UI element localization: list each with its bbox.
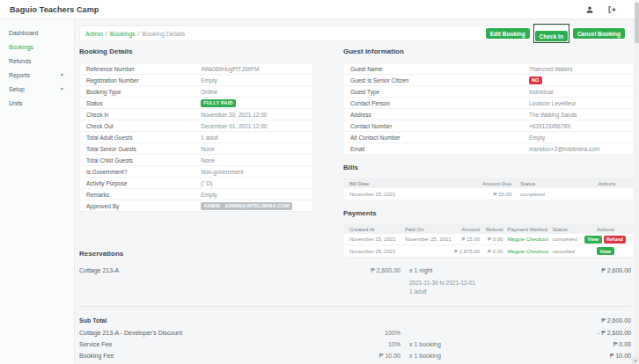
table-row: Check InNovember 30, 2021 12:00 (80, 109, 312, 120)
payment-status: completed (549, 237, 578, 242)
bill-date: November 25, 2021 (344, 192, 448, 197)
column-header: Actions (578, 227, 633, 232)
vertical-scrollbar[interactable] (635, 0, 639, 364)
total-amount: ₱ 0.00 (532, 341, 631, 347)
table-row: Contact PersonLouisoix Leveilleur (344, 98, 633, 109)
field-value: Online (201, 89, 217, 95)
total-amount: - ₱ 2,600.00 (532, 330, 631, 336)
table-row: Total Adult Guests1 adult (80, 132, 312, 143)
table-row: Total Senior GuestsNone (80, 143, 312, 155)
total-qty: x 1 booking (400, 341, 532, 347)
cancel-booking-button[interactable]: Cancel Booking (573, 28, 625, 39)
field-value: The Waking Sands (529, 112, 577, 118)
total-row: Cottage 213-A - Developer's Discount 100… (79, 327, 631, 339)
right-column: Guest Information Guest NameThancred Wat… (343, 47, 634, 258)
total-rate: 100% (343, 330, 400, 336)
total-label: Cottage 213-A - Developer's Discount (79, 330, 343, 336)
field-value: FULLY PAID (201, 99, 235, 107)
logout-icon[interactable] (607, 5, 616, 14)
breadcrumb-separator: / (138, 31, 140, 37)
total-rate: ₱ 10.00 (343, 353, 400, 359)
table-row: Contact Number+639123456789 (344, 120, 633, 132)
sidebar-item-label: Bookings (9, 44, 33, 50)
field-value: Empty (201, 192, 217, 198)
field-label: Is Government? (80, 169, 201, 175)
edit-booking-button[interactable]: Edit Booking (486, 28, 530, 39)
view-button[interactable]: View (584, 236, 601, 244)
field-label: Contact Person (344, 100, 529, 106)
chevron-down-icon: ▾ (61, 72, 63, 77)
status-badge: FULLY PAID (201, 99, 235, 107)
scrollbar-down-arrow[interactable]: ▾ (632, 357, 639, 364)
sidebar-item-dashboard[interactable]: Dashboard (0, 25, 74, 40)
field-label: Alt Contact Number (344, 135, 529, 141)
breadcrumb-separator: / (106, 31, 107, 37)
field-value: Non-government (201, 169, 243, 175)
table-row: Alt Contact NumberEmpty (344, 132, 633, 143)
guest-information-table: Guest NameThancred Waters Guest Is Senio… (343, 62, 634, 155)
refund-button[interactable]: Refund (604, 236, 627, 244)
app-title: Baguio Teachers Camp (0, 5, 99, 14)
field-label: Total Child Guests (80, 157, 201, 164)
payment-refund: ₱ 0.00 (480, 237, 503, 242)
app-header: Baguio Teachers Camp (0, 0, 639, 19)
field-value: 4Wa069HugPtTJSltFM (201, 66, 259, 72)
payment-method-link[interactable]: Magpie Checkout (503, 237, 548, 242)
table-row: Total Child GuestsNone (80, 155, 312, 166)
total-amount: ₱ 2,600.00 (532, 317, 631, 324)
column-header: Status (549, 227, 578, 232)
payment-created-at: November 25, 2021 (344, 237, 405, 242)
breadcrumb-admin[interactable]: Admin (85, 31, 103, 37)
column-header: Payment Method (503, 227, 548, 232)
sidebar-item-setup[interactable]: Setup▾ (0, 82, 74, 96)
field-label: Guest Is Senior Citizen (344, 77, 529, 84)
reservation-rate: ₱ 2,600.00 (343, 267, 400, 273)
scrollbar-thumb[interactable] (635, 3, 639, 43)
reservation-qty: x 1 night (400, 267, 532, 273)
senior-citizen-badge: NO (529, 76, 542, 84)
table-row: Activity Purpose(" D) (80, 178, 312, 189)
sidebar-item-units[interactable]: Units (0, 96, 74, 110)
table-row: Check OutDecember 01, 2021 12:00 (80, 120, 312, 132)
table-row: StatusFULLY PAID (80, 98, 312, 109)
breadcrumb-bookings[interactable]: Bookings (110, 31, 136, 37)
bills-table: Bill Date Amount Due Status Actions Nove… (343, 178, 634, 200)
total-qty: x 1 booking (400, 353, 532, 359)
field-label: Guest Type (344, 89, 529, 95)
field-label: Reference Number (80, 66, 201, 72)
sidebar-item-bookings[interactable]: Bookings (0, 40, 74, 54)
reservations-section: Reservations Cottage 213-A ₱ 2,600.00 x … (79, 250, 631, 364)
check-in-button[interactable]: Check In (535, 31, 568, 41)
column-header: Bill Date (344, 181, 448, 186)
approved-by-badge: ADMIN - ADMIN@INTELIMINA.COM (201, 202, 292, 210)
total-rate: 10% (343, 341, 400, 347)
total-label: Sub Total (79, 317, 343, 324)
divider (79, 306, 631, 307)
column-header: Amount Due (448, 181, 511, 186)
reservation-occupancy: 1 adult (409, 288, 631, 296)
bill-status: completed (511, 192, 581, 197)
field-label: Total Senior Guests (80, 146, 201, 152)
total-row: Service Fee 10% x 1 booking ₱ 0.00 (79, 339, 631, 350)
chevron-down-icon: ▾ (61, 86, 63, 91)
user-icon[interactable] (585, 5, 594, 14)
total-label: Booking Fee (79, 353, 343, 359)
field-value: NO (529, 76, 542, 84)
header-icons (585, 5, 639, 14)
column-header: Actions (581, 181, 633, 186)
table-row: Is Government?Non-government (80, 166, 312, 178)
column-header: Refund (480, 227, 503, 232)
section-title: Bills (343, 164, 634, 171)
sidebar-item-reports[interactable]: Reports▾ (0, 68, 74, 82)
field-value: Empty (201, 77, 217, 84)
bills-header: Bill Date Amount Due Status Actions (344, 178, 633, 188)
reservation-total: ₱ 2,600.00 (532, 267, 631, 273)
total-amount: ₱ 10.00 (532, 353, 631, 359)
booking-details-section: Booking Details Reference Number4Wa069Hu… (79, 47, 313, 212)
field-label: Booking Type (80, 89, 201, 95)
topbar: Admin / Bookings / Booking Details Edit … (79, 25, 631, 41)
sidebar-item-refunds[interactable]: Refunds (0, 54, 74, 68)
table-row: Guest NameThancred Waters (344, 63, 633, 75)
sidebar-item-label: Units (9, 100, 23, 106)
field-value: +639123456789 (529, 123, 570, 129)
